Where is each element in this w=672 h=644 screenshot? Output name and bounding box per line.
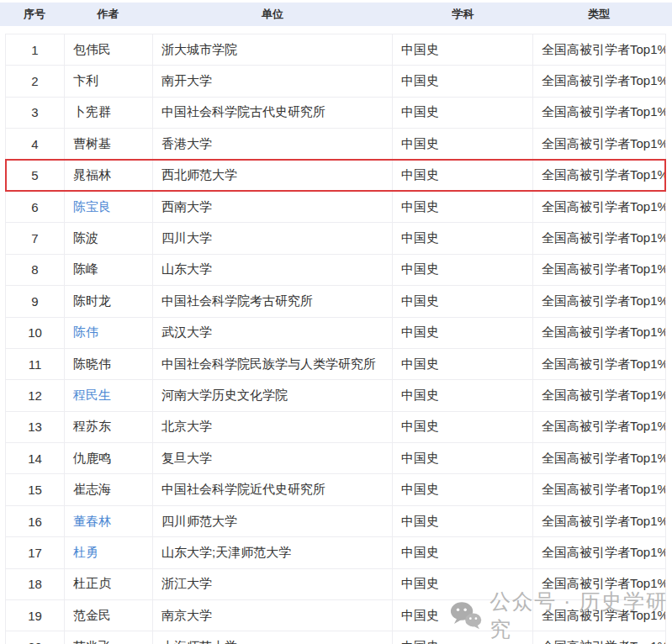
table-row: 14仇鹿鸣复旦大学中国史全国高被引学者Top1%	[6, 443, 665, 474]
cell-unit: 中国社会科学院考古研究所	[153, 286, 393, 316]
cell-type: 全国高被引学者Top1%	[533, 474, 665, 504]
table-row: 3卜宪群中国社会科学院古代史研究所中国史全国高被引学者Top1%	[6, 98, 665, 129]
cell-subject: 中国史	[393, 443, 533, 473]
table-body: 1包伟民浙大城市学院中国史全国高被引学者Top1%2卞利南开大学中国史全国高被引…	[6, 34, 665, 644]
cell-author: 范金民	[65, 600, 153, 631]
cell-subject: 中国史	[393, 380, 533, 410]
cell-subject: 中国史	[393, 223, 533, 253]
cell-type: 全国高被引学者Top1%	[533, 34, 665, 65]
cell-unit: 四川师范大学	[153, 506, 393, 536]
cell-author-link[interactable]: 陈伟	[65, 318, 153, 348]
cell-unit: 中国社会科学院民族学与人类学研究所	[153, 349, 393, 379]
cell-unit: 中国社会科学院古代史研究所	[153, 98, 393, 128]
cell-unit: 武汉大学	[153, 318, 393, 348]
cell-subject: 中国史	[393, 318, 533, 348]
cell-author-link[interactable]: 杜勇	[65, 537, 153, 567]
column-header-type: 类型	[533, 7, 664, 22]
table-row: 20范兆飞上海师范大学中国史全国高被引学者Top1%	[6, 631, 665, 644]
cell-subject: 中国史	[393, 98, 533, 128]
cell-type: 全国高被引学者Top1%	[533, 380, 665, 410]
cell-subject: 中国史	[393, 631, 533, 644]
cell-type: 全国高被引学者Top1%	[533, 129, 665, 159]
cell-index: 7	[6, 223, 65, 253]
cell-index: 17	[6, 537, 65, 567]
cell-index: 3	[6, 98, 65, 128]
cell-index: 5	[6, 161, 65, 191]
cell-subject: 中国史	[393, 349, 533, 379]
cell-unit: 中国社会科学院近代史研究所	[153, 474, 393, 504]
table-row: 8陈峰山东大学中国史全国高被引学者Top1%	[6, 255, 665, 286]
cell-index: 20	[6, 631, 65, 644]
cell-type: 全国高被引学者Top1%	[533, 537, 665, 567]
cell-subject: 中国史	[393, 474, 533, 504]
table-row: 9陈时龙中国社会科学院考古研究所中国史全国高被引学者Top1%	[6, 286, 665, 317]
cell-unit: 山东大学	[153, 255, 393, 285]
column-header-author: 作者	[64, 7, 152, 22]
cell-index: 14	[6, 443, 65, 473]
table-row: 2卞利南开大学中国史全国高被引学者Top1%	[6, 66, 665, 97]
column-header-unit: 单位	[152, 7, 393, 22]
table-row: 17杜勇山东大学;天津师范大学中国史全国高被引学者Top1%	[6, 537, 665, 568]
cell-type: 全国高被引学者Top1%	[533, 569, 665, 599]
cell-type: 全国高被引学者Top1%	[533, 349, 665, 379]
table-header: 序号 作者 单位 学科 类型	[0, 3, 672, 26]
cell-type: 全国高被引学者Top1%	[533, 286, 665, 316]
cell-author: 晁福林	[65, 161, 153, 191]
cell-index: 1	[6, 34, 65, 65]
cell-author: 崔志海	[65, 474, 153, 504]
cell-subject: 中国史	[393, 600, 533, 631]
cell-unit: 山东大学;天津师范大学	[153, 537, 393, 567]
cell-unit: 北京大学	[153, 412, 393, 442]
cell-index: 12	[6, 380, 65, 410]
cell-subject: 中国史	[393, 286, 533, 316]
table-row: 16董春林四川师范大学中国史全国高被引学者Top1%	[6, 506, 665, 537]
cell-index: 2	[6, 66, 65, 96]
cell-author-link[interactable]: 陈宝良	[65, 192, 153, 222]
cell-type: 全国高被引学者Top1%	[533, 192, 665, 222]
cell-type: 全国高被引学者Top1%	[533, 506, 665, 536]
table-row: 4曹树基香港大学中国史全国高被引学者Top1%	[6, 129, 665, 160]
cell-index: 4	[6, 129, 65, 159]
cell-author: 卞利	[65, 66, 153, 96]
cell-subject: 中国史	[393, 506, 533, 536]
column-header-subject: 学科	[393, 7, 533, 22]
cell-index: 18	[6, 569, 65, 599]
cell-type: 全国高被引学者Top1%	[533, 318, 665, 348]
cell-index: 13	[6, 412, 65, 442]
cell-unit: 南京大学	[153, 600, 393, 631]
cell-author: 陈晓伟	[65, 349, 153, 379]
table-row: 1包伟民浙大城市学院中国史全国高被引学者Top1%	[6, 34, 665, 66]
table-row: 19范金民南京大学中国史全国高被引学者Top1%	[6, 600, 665, 631]
cell-subject: 中国史	[393, 34, 533, 65]
table-row: 11陈晓伟中国社会科学院民族学与人类学研究所中国史全国高被引学者Top1%	[6, 349, 665, 380]
cell-author: 杜正贞	[65, 569, 153, 599]
cell-unit: 南开大学	[153, 66, 393, 96]
cell-index: 11	[6, 349, 65, 379]
column-header-index: 序号	[5, 7, 64, 22]
cell-author: 程苏东	[65, 412, 153, 442]
table-row: 12程民生河南大学历史文化学院中国史全国高被引学者Top1%	[6, 380, 665, 411]
cell-author-link[interactable]: 董春林	[65, 506, 153, 536]
cell-subject: 中国史	[393, 192, 533, 222]
cell-subject: 中国史	[393, 255, 533, 285]
cell-index: 9	[6, 286, 65, 316]
cell-unit: 西北师范大学	[153, 161, 393, 191]
cell-subject: 中国史	[393, 66, 533, 96]
cell-index: 15	[6, 474, 65, 504]
cell-type: 全国高被引学者Top1%	[533, 412, 665, 442]
cell-subject: 中国史	[393, 129, 533, 159]
cell-author: 卜宪群	[65, 98, 153, 128]
table-row: 18杜正贞浙江大学中国史全国高被引学者Top1%	[6, 569, 665, 600]
table-row: 6陈宝良西南大学中国史全国高被引学者Top1%	[6, 192, 665, 223]
cell-author-link[interactable]: 程民生	[65, 380, 153, 410]
cell-author: 陈峰	[65, 255, 153, 285]
cell-unit: 四川大学	[153, 223, 393, 253]
scholar-table: 1包伟民浙大城市学院中国史全国高被引学者Top1%2卞利南开大学中国史全国高被引…	[5, 34, 666, 644]
cell-unit: 上海师范大学	[153, 631, 393, 644]
cell-unit: 河南大学历史文化学院	[153, 380, 393, 410]
cell-author: 仇鹿鸣	[65, 443, 153, 473]
cell-subject: 中国史	[393, 161, 533, 191]
cell-type: 全国高被引学者Top1%	[533, 223, 665, 253]
cell-type: 全国高被引学者Top1%	[533, 600, 665, 631]
cell-author: 包伟民	[65, 34, 153, 65]
